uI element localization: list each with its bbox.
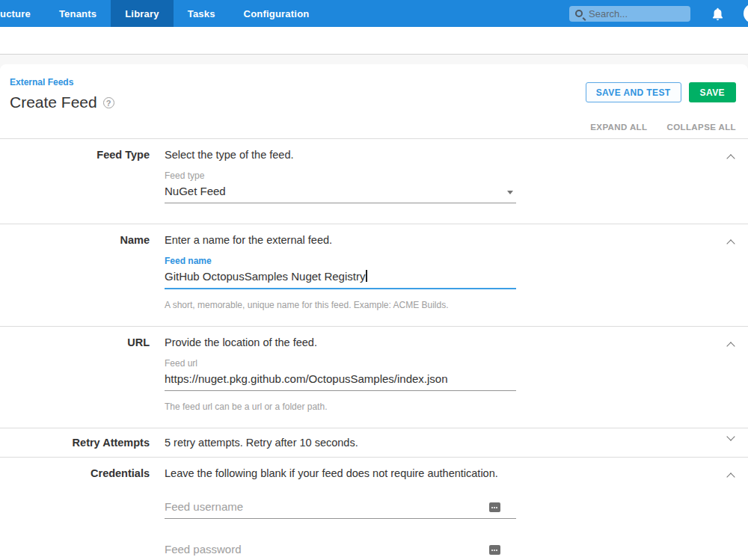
page-title: Create Feed bbox=[10, 93, 97, 111]
user-avatar[interactable] bbox=[744, 4, 748, 23]
section-feed-type: Feed Type Select the type of the feed. F… bbox=[0, 138, 748, 224]
section-retry-attempts[interactable]: Retry Attempts 5 retry attempts. Retry a… bbox=[0, 428, 748, 457]
page-background bbox=[0, 55, 748, 64]
breadcrumb-external-feeds[interactable]: External Feeds bbox=[10, 77, 73, 87]
feed-type-select[interactable]: NuGet Feed bbox=[165, 181, 516, 203]
section-label: URL bbox=[0, 327, 150, 428]
feed-url-input[interactable]: https://nuget.pkg.github.com/OctopusSamp… bbox=[165, 369, 516, 391]
nav-item-tasks[interactable]: Tasks bbox=[174, 0, 230, 27]
search-input[interactable] bbox=[589, 8, 678, 19]
bind-variable-icon[interactable] bbox=[489, 502, 500, 512]
notification-bell-icon[interactable] bbox=[711, 7, 724, 21]
search-icon bbox=[575, 10, 583, 17]
create-feed-card: External Feeds Create Feed ? SAVE AND TE… bbox=[0, 64, 748, 560]
feed-name-field-label: Feed name bbox=[165, 256, 516, 266]
help-icon[interactable]: ? bbox=[103, 97, 114, 108]
top-nav: ucture Tenants Library Tasks Configurati… bbox=[0, 0, 748, 27]
feed-name-input[interactable]: GitHub OctopusSamples Nuget Registry bbox=[165, 266, 516, 289]
feed-type-field-label: Feed type bbox=[165, 170, 516, 181]
feed-password-input[interactable]: Feed password bbox=[165, 539, 516, 560]
bind-variable-icon[interactable] bbox=[489, 545, 500, 555]
section-summary: Select the type of the feed. bbox=[165, 149, 748, 161]
section-credentials: Credentials Leave the following blank if… bbox=[0, 457, 748, 560]
feed-name-value: GitHub OctopusSamples Nuget Registry bbox=[165, 270, 365, 283]
section-label: Name bbox=[0, 224, 150, 326]
section-summary: 5 retry attempts. Retry after 10 seconds… bbox=[165, 437, 748, 449]
nav-item-infrastructure[interactable]: ucture bbox=[0, 0, 45, 27]
search-box[interactable] bbox=[569, 6, 690, 22]
nav-item-library[interactable]: Library bbox=[111, 0, 173, 27]
section-summary: Enter a name for the external feed. bbox=[165, 234, 748, 246]
section-name: Name Enter a name for the external feed.… bbox=[0, 224, 748, 326]
expand-all-button[interactable]: EXPAND ALL bbox=[590, 123, 647, 132]
card-header: External Feeds Create Feed ? SAVE AND TE… bbox=[0, 64, 748, 138]
collapse-all-button[interactable]: COLLAPSE ALL bbox=[666, 123, 736, 132]
text-cursor bbox=[366, 270, 367, 282]
section-label: Credentials bbox=[0, 458, 150, 560]
nav-item-tenants[interactable]: Tenants bbox=[45, 0, 111, 27]
feed-url-field-label: Feed url bbox=[165, 358, 516, 369]
save-button[interactable]: SAVE bbox=[689, 82, 736, 102]
dropdown-caret-icon[interactable] bbox=[507, 191, 513, 194]
section-summary: Leave the following blank if your feed d… bbox=[165, 467, 748, 479]
section-url: URL Provide the location of the feed. Fe… bbox=[0, 326, 748, 428]
feed-name-helper-text: A short, memorable, unique name for this… bbox=[165, 300, 748, 310]
secondary-toolbar bbox=[0, 27, 748, 55]
section-label: Feed Type bbox=[0, 139, 150, 224]
section-summary: Provide the location of the feed. bbox=[165, 336, 748, 348]
save-and-test-button[interactable]: SAVE AND TEST bbox=[586, 82, 681, 102]
feed-username-input[interactable]: Feed username bbox=[165, 496, 516, 519]
section-label: Retry Attempts bbox=[0, 437, 150, 449]
nav-item-configuration[interactable]: Configuration bbox=[230, 0, 324, 27]
feed-url-helper-text: The feed url can be a url or a folder pa… bbox=[165, 401, 748, 412]
